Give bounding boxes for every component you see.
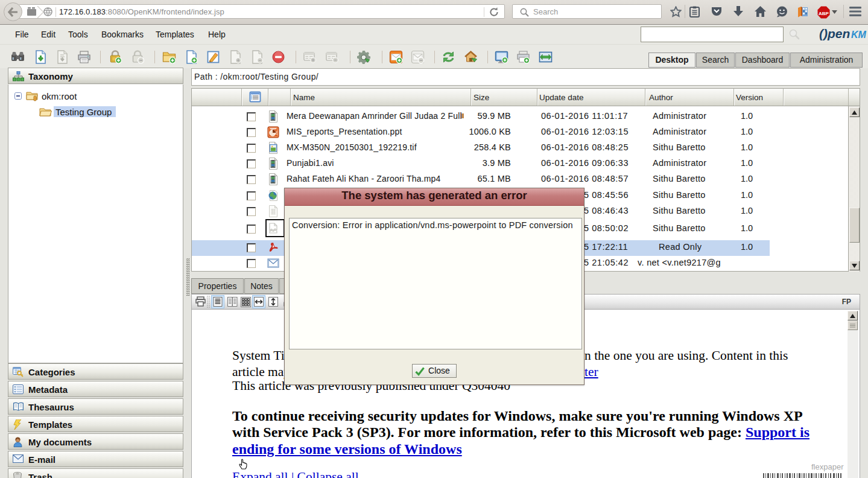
svg-text:KM: KM bbox=[851, 30, 867, 40]
svg-text:ABP: ABP bbox=[819, 11, 829, 16]
svg-text:()pen: ()pen bbox=[819, 27, 850, 40]
